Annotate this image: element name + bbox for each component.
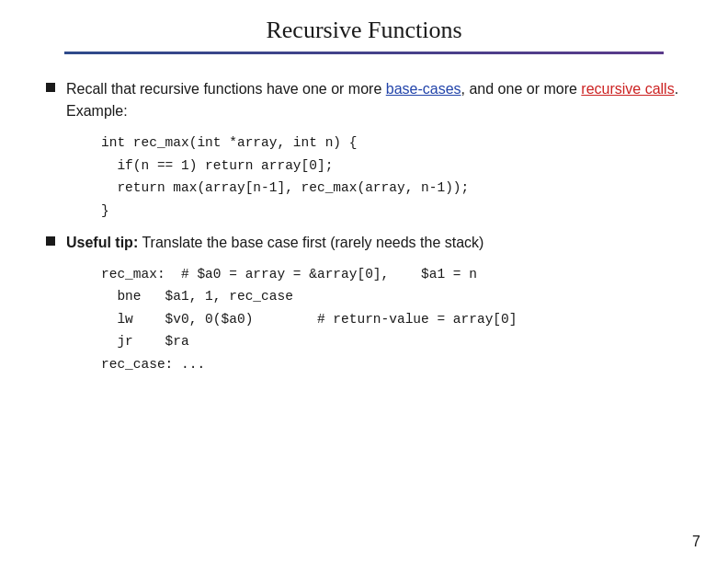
bullet-text-2: Useful tip: Translate the base case firs… <box>66 232 483 254</box>
bullet-text-1: Recall that recursive functions have one… <box>66 78 682 122</box>
bullet-icon-2 <box>46 236 55 246</box>
slide-title: Recursive Functions <box>37 17 691 44</box>
code-line-1: int rec_max(int *array, int n) { <box>101 132 682 155</box>
title-underline <box>64 52 664 54</box>
code-line-4: } <box>101 200 682 223</box>
bullet-icon-1 <box>46 83 55 92</box>
slide-container: Recursive Functions Recall that recursiv… <box>0 0 728 563</box>
bullet-item-1: Recall that recursive functions have one… <box>46 78 682 122</box>
code2-line-2: bne $a1, 1, rec_case <box>101 285 682 308</box>
code2-line-3: lw $v0, 0($a0) # return-value = array[0] <box>101 308 682 331</box>
code2-line-5: rec_case: ... <box>101 353 682 376</box>
code-line-3: return max(array[n-1], rec_max(array, n-… <box>101 177 682 200</box>
recursive-calls-link: recursive calls <box>581 81 674 97</box>
bullet1-middle: , and one or more <box>461 81 582 97</box>
useful-tip-bold: Useful tip: <box>66 235 138 250</box>
code-line-2: if(n == 1) return array[0]; <box>101 155 682 178</box>
bullet1-prefix: Recall that recursive functions have one… <box>66 81 386 97</box>
code2-line-1: rec_max: # $a0 = array = &array[0], $a1 … <box>101 263 682 286</box>
title-bar: Recursive Functions <box>0 0 728 63</box>
code2-line-4: jr $ra <box>101 330 682 353</box>
bullet-item-2: Useful tip: Translate the base case firs… <box>46 232 682 254</box>
code-block-2: rec_max: # $a0 = array = &array[0], $a1 … <box>101 263 682 376</box>
useful-tip-text: Translate the base case first (rarely ne… <box>138 235 483 250</box>
content-area: Recall that recursive functions have one… <box>0 63 728 400</box>
code-block-1: int rec_max(int *array, int n) { if(n ==… <box>101 132 682 223</box>
base-cases-link: base-cases <box>386 81 461 97</box>
page-number: 7 <box>692 534 700 550</box>
